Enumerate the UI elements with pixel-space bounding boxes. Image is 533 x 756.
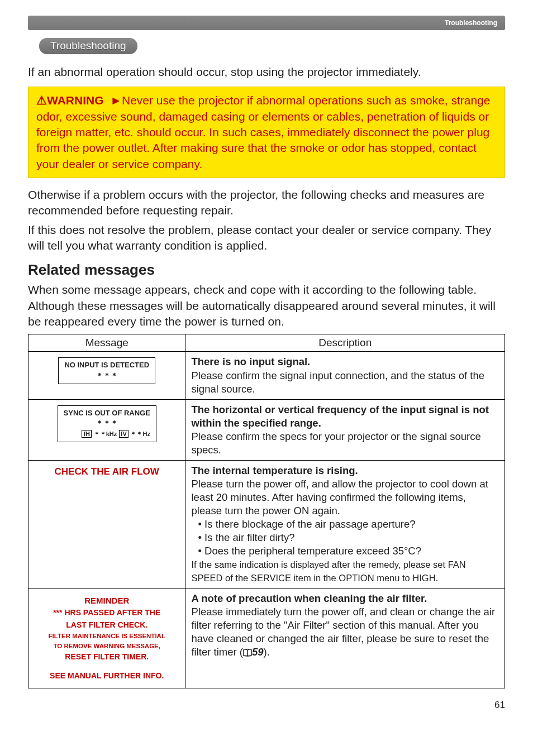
book-icon (243, 649, 252, 657)
reminder-line: SEE MANUAL FURTHER INFO. (32, 670, 182, 682)
table-row: CHECK THE AIR FLOW The internal temperat… (28, 460, 505, 588)
otherwise-p2: If this does not resolve the problem, pl… (28, 222, 505, 254)
messages-table: Message Description NO INPUT IS DETECTED… (28, 334, 505, 688)
freq-fv-label: fV (119, 430, 129, 438)
msg-line: SYNC IS OUT OF RANGE (64, 408, 150, 419)
message-reminder: REMINDER *** HRS PASSED AFTER THE LAST F… (32, 594, 182, 682)
related-messages-heading: Related messages (28, 261, 505, 279)
table-row: NO INPUT IS DETECTED ＊＊＊ There is no inp… (28, 352, 505, 399)
intro-text: If an abnormal operation should occur, s… (28, 64, 505, 80)
otherwise-p1: Otherwise if a problem occurs with the p… (28, 187, 505, 219)
reminder-line: FILTER MAINTENANCE IS ESSENTIAL (32, 631, 182, 642)
desc-bullet: • Is there blockage of the air passage a… (191, 518, 415, 531)
desc-text: ). (264, 646, 270, 658)
message-box-no-input: NO INPUT IS DETECTED ＊＊＊ (58, 357, 155, 384)
desc-bold: The horizontal or vertical frequency of … (191, 404, 488, 429)
col-header-description: Description (185, 334, 505, 352)
desc-text: Please turn the power off, and allow the… (191, 478, 488, 516)
reminder-line: TO REMOVE WARNING MESSAGE, (32, 642, 182, 652)
freq-fv-val: ＊＊Hz (130, 430, 150, 437)
desc-bold: There is no input signal. (191, 356, 310, 367)
warning-arrow: ► (110, 94, 122, 107)
table-row: REMINDER *** HRS PASSED AFTER THE LAST F… (28, 588, 505, 688)
reminder-line: RESET FILTER TIMER. (32, 651, 182, 663)
section-title-pill: Troubleshooting (39, 38, 137, 54)
desc-text: Please immediately turn the power off, a… (191, 606, 495, 658)
warning-text: Never use the projector if abnormal oper… (36, 94, 490, 170)
freq-fh-label: fH (82, 430, 92, 438)
desc-text: If the same indication is displayed afte… (191, 559, 465, 583)
desc-text: Please confirm the specs for your projec… (191, 430, 480, 456)
desc-bold: The internal temperature is rising. (191, 465, 358, 476)
desc-bullet: • Does the peripheral temperature exceed… (191, 544, 421, 558)
reminder-line: LAST FILTER CHECK. (32, 619, 182, 631)
message-box-sync-range: SYNC IS OUT OF RANGE ＊＊＊ fH ＊＊kHz fV ＊＊H… (58, 405, 156, 443)
freq-fh-val: ＊＊kHz (94, 430, 117, 437)
desc-bullet: • Is the air filter dirty? (191, 531, 294, 544)
warning-label: ⚠WARNING (36, 94, 104, 107)
msg-freq-line: fH ＊＊kHz fV ＊＊Hz (64, 429, 150, 439)
reminder-line: *** HRS PASSED AFTER THE (32, 607, 182, 619)
col-header-message: Message (28, 334, 185, 352)
message-check-air-flow: CHECK THE AIR FLOW (32, 466, 182, 477)
header-band: Troubleshooting (28, 16, 505, 30)
desc-text: Please confirm the signal input connecti… (191, 370, 484, 395)
warning-box: ⚠WARNING ►Never use the projector if abn… (28, 87, 505, 178)
page-number: 61 (28, 700, 505, 711)
breadcrumb: Troubleshooting (445, 19, 497, 27)
desc-bold: A note of precaution when cleaning the a… (191, 592, 427, 604)
related-intro: When some message appears, check and cop… (28, 282, 505, 329)
reminder-line: REMINDER (32, 594, 182, 607)
msg-line: ＊＊＊ (64, 371, 149, 381)
page-ref: 59 (252, 646, 264, 658)
msg-line: ＊＊＊ (64, 418, 150, 429)
table-row: SYNC IS OUT OF RANGE ＊＊＊ fH ＊＊kHz fV ＊＊H… (28, 399, 505, 460)
msg-line: NO INPUT IS DETECTED (64, 360, 149, 371)
